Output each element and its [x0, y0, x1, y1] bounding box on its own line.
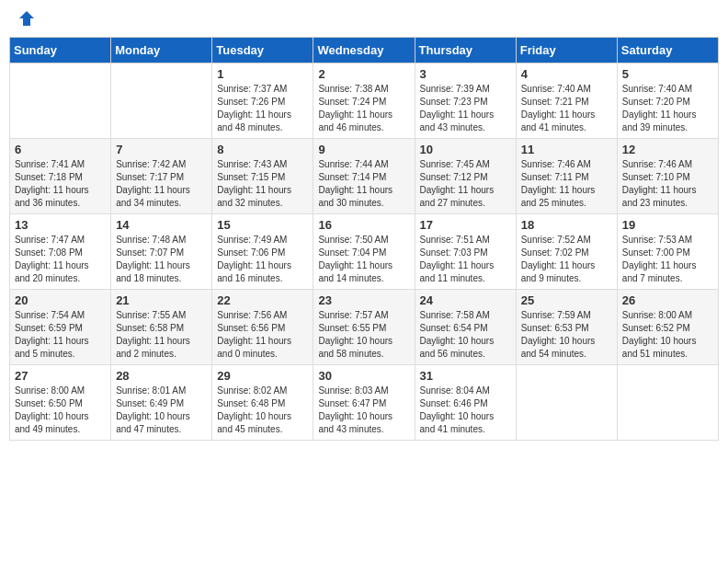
day-info: Sunrise: 7:44 AMSunset: 7:14 PMDaylight:… [318, 158, 409, 210]
calendar-cell: 17Sunrise: 7:51 AMSunset: 7:03 PMDayligh… [415, 214, 516, 290]
weekday-header-tuesday: Tuesday [212, 38, 313, 63]
calendar-cell: 7Sunrise: 7:42 AMSunset: 7:17 PMDaylight… [111, 139, 212, 214]
logo [14, 9, 36, 28]
day-info: Sunrise: 7:47 AMSunset: 7:08 PMDaylight:… [15, 234, 106, 285]
calendar-cell: 11Sunrise: 7:46 AMSunset: 7:11 PMDayligh… [516, 139, 617, 214]
calendar-week-row: 6Sunrise: 7:41 AMSunset: 7:18 PMDaylight… [10, 139, 719, 214]
day-info: Sunrise: 7:50 AMSunset: 7:04 PMDaylight:… [318, 234, 409, 285]
calendar-week-row: 20Sunrise: 7:54 AMSunset: 6:59 PMDayligh… [10, 290, 719, 365]
calendar-cell: 3Sunrise: 7:39 AMSunset: 7:23 PMDaylight… [415, 63, 516, 139]
page-header [9, 9, 719, 28]
calendar-cell: 23Sunrise: 7:57 AMSunset: 6:55 PMDayligh… [313, 290, 415, 365]
day-number: 13 [15, 218, 106, 232]
logo-icon [17, 9, 36, 28]
calendar-cell: 25Sunrise: 7:59 AMSunset: 6:53 PMDayligh… [516, 290, 617, 365]
day-number: 19 [622, 218, 713, 232]
day-number: 6 [15, 143, 106, 156]
day-number: 3 [420, 67, 511, 81]
day-number: 27 [15, 369, 106, 383]
day-number: 14 [116, 218, 207, 232]
calendar-cell [111, 63, 212, 139]
calendar-week-row: 1Sunrise: 7:37 AMSunset: 7:26 PMDaylight… [10, 63, 719, 139]
day-number: 11 [521, 143, 612, 156]
calendar-cell: 10Sunrise: 7:45 AMSunset: 7:12 PMDayligh… [415, 139, 516, 214]
calendar-cell: 5Sunrise: 7:40 AMSunset: 7:20 PMDaylight… [617, 63, 718, 139]
calendar-cell: 20Sunrise: 7:54 AMSunset: 6:59 PMDayligh… [10, 290, 111, 365]
calendar-cell: 15Sunrise: 7:49 AMSunset: 7:06 PMDayligh… [212, 214, 313, 290]
day-info: Sunrise: 8:00 AMSunset: 6:52 PMDaylight:… [622, 309, 713, 361]
day-number: 7 [116, 143, 207, 156]
day-number: 31 [420, 369, 511, 383]
calendar-cell: 4Sunrise: 7:40 AMSunset: 7:21 PMDaylight… [516, 63, 617, 139]
calendar-cell: 9Sunrise: 7:44 AMSunset: 7:14 PMDaylight… [313, 139, 415, 214]
day-info: Sunrise: 7:52 AMSunset: 7:02 PMDaylight:… [521, 234, 612, 285]
day-info: Sunrise: 7:59 AMSunset: 6:53 PMDaylight:… [521, 309, 612, 361]
day-number: 2 [318, 67, 409, 81]
calendar-cell: 2Sunrise: 7:38 AMSunset: 7:24 PMDaylight… [313, 63, 415, 139]
day-info: Sunrise: 8:04 AMSunset: 6:46 PMDaylight:… [420, 385, 511, 436]
day-number: 24 [420, 293, 511, 307]
day-info: Sunrise: 7:42 AMSunset: 7:17 PMDaylight:… [116, 158, 207, 210]
day-number: 16 [318, 218, 409, 232]
day-number: 9 [318, 143, 409, 156]
day-number: 8 [217, 143, 308, 156]
day-info: Sunrise: 7:53 AMSunset: 7:00 PMDaylight:… [622, 234, 713, 285]
day-number: 18 [521, 218, 612, 232]
day-info: Sunrise: 8:03 AMSunset: 6:47 PMDaylight:… [318, 385, 409, 436]
calendar-cell: 21Sunrise: 7:55 AMSunset: 6:58 PMDayligh… [111, 290, 212, 365]
day-number: 28 [116, 369, 207, 383]
calendar-cell: 28Sunrise: 8:01 AMSunset: 6:49 PMDayligh… [111, 365, 212, 441]
day-number: 26 [622, 293, 713, 307]
calendar-table: SundayMondayTuesdayWednesdayThursdayFrid… [9, 37, 719, 441]
calendar-cell [10, 63, 111, 139]
calendar-cell [516, 365, 617, 441]
day-number: 10 [420, 143, 511, 156]
calendar-cell: 31Sunrise: 8:04 AMSunset: 6:46 PMDayligh… [415, 365, 516, 441]
day-info: Sunrise: 7:37 AMSunset: 7:26 PMDaylight:… [217, 83, 308, 134]
day-number: 4 [521, 67, 612, 81]
weekday-header-wednesday: Wednesday [313, 38, 415, 63]
weekday-header-saturday: Saturday [617, 38, 718, 63]
day-info: Sunrise: 7:40 AMSunset: 7:21 PMDaylight:… [521, 83, 612, 134]
day-info: Sunrise: 7:40 AMSunset: 7:20 PMDaylight:… [622, 83, 713, 134]
calendar-header-row: SundayMondayTuesdayWednesdayThursdayFrid… [10, 38, 719, 63]
calendar-week-row: 13Sunrise: 7:47 AMSunset: 7:08 PMDayligh… [10, 214, 719, 290]
calendar-cell [617, 365, 718, 441]
calendar-cell: 14Sunrise: 7:48 AMSunset: 7:07 PMDayligh… [111, 214, 212, 290]
day-info: Sunrise: 7:55 AMSunset: 6:58 PMDaylight:… [116, 309, 207, 361]
calendar-cell: 18Sunrise: 7:52 AMSunset: 7:02 PMDayligh… [516, 214, 617, 290]
day-number: 15 [217, 218, 308, 232]
day-number: 20 [15, 293, 106, 307]
calendar-cell: 24Sunrise: 7:58 AMSunset: 6:54 PMDayligh… [415, 290, 516, 365]
svg-marker-0 [19, 11, 34, 26]
calendar-cell: 13Sunrise: 7:47 AMSunset: 7:08 PMDayligh… [10, 214, 111, 290]
day-info: Sunrise: 7:38 AMSunset: 7:24 PMDaylight:… [318, 83, 409, 134]
day-info: Sunrise: 7:43 AMSunset: 7:15 PMDaylight:… [217, 158, 308, 210]
day-info: Sunrise: 7:58 AMSunset: 6:54 PMDaylight:… [420, 309, 511, 361]
day-info: Sunrise: 7:54 AMSunset: 6:59 PMDaylight:… [15, 309, 106, 361]
day-info: Sunrise: 7:49 AMSunset: 7:06 PMDaylight:… [217, 234, 308, 285]
calendar-cell: 30Sunrise: 8:03 AMSunset: 6:47 PMDayligh… [313, 365, 415, 441]
day-info: Sunrise: 7:39 AMSunset: 7:23 PMDaylight:… [420, 83, 511, 134]
calendar-cell: 19Sunrise: 7:53 AMSunset: 7:00 PMDayligh… [617, 214, 718, 290]
day-info: Sunrise: 7:46 AMSunset: 7:11 PMDaylight:… [521, 158, 612, 210]
day-info: Sunrise: 8:00 AMSunset: 6:50 PMDaylight:… [15, 385, 106, 436]
weekday-header-thursday: Thursday [415, 38, 516, 63]
day-info: Sunrise: 7:46 AMSunset: 7:10 PMDaylight:… [622, 158, 713, 210]
day-info: Sunrise: 7:56 AMSunset: 6:56 PMDaylight:… [217, 309, 308, 361]
calendar-cell: 27Sunrise: 8:00 AMSunset: 6:50 PMDayligh… [10, 365, 111, 441]
calendar-week-row: 27Sunrise: 8:00 AMSunset: 6:50 PMDayligh… [10, 365, 719, 441]
day-number: 22 [217, 293, 308, 307]
calendar-cell: 22Sunrise: 7:56 AMSunset: 6:56 PMDayligh… [212, 290, 313, 365]
weekday-header-sunday: Sunday [10, 38, 111, 63]
calendar-cell: 12Sunrise: 7:46 AMSunset: 7:10 PMDayligh… [617, 139, 718, 214]
calendar-cell: 8Sunrise: 7:43 AMSunset: 7:15 PMDaylight… [212, 139, 313, 214]
calendar-cell: 29Sunrise: 8:02 AMSunset: 6:48 PMDayligh… [212, 365, 313, 441]
day-info: Sunrise: 7:45 AMSunset: 7:12 PMDaylight:… [420, 158, 511, 210]
day-info: Sunrise: 8:02 AMSunset: 6:48 PMDaylight:… [217, 385, 308, 436]
day-info: Sunrise: 7:51 AMSunset: 7:03 PMDaylight:… [420, 234, 511, 285]
day-number: 17 [420, 218, 511, 232]
weekday-header-monday: Monday [111, 38, 212, 63]
day-number: 5 [622, 67, 713, 81]
weekday-header-friday: Friday [516, 38, 617, 63]
